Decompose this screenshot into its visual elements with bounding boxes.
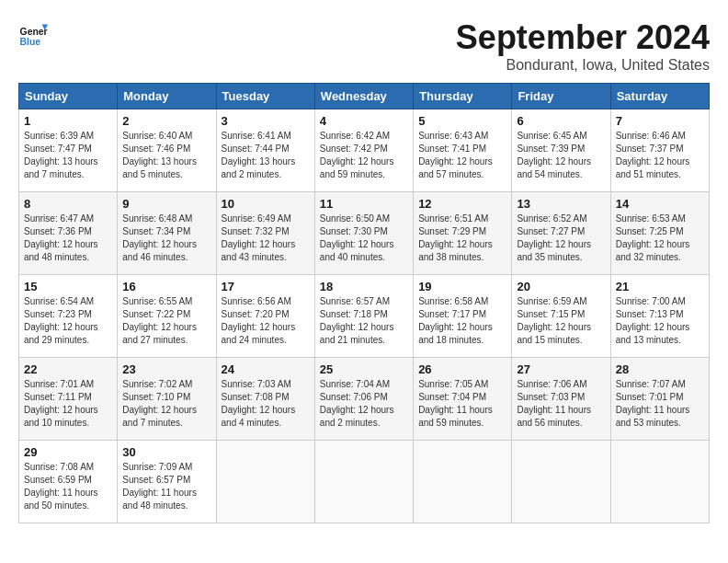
day-number: 12 <box>418 197 506 211</box>
calendar-day-cell: 15Sunrise: 6:54 AM Sunset: 7:23 PM Dayli… <box>19 275 118 358</box>
svg-text:General: General <box>20 27 48 37</box>
day-number: 26 <box>418 362 506 376</box>
day-number: 24 <box>222 362 310 376</box>
calendar-day-cell: 8Sunrise: 6:47 AM Sunset: 7:36 PM Daylig… <box>19 192 118 275</box>
day-info: Sunrise: 6:40 AM Sunset: 7:46 PM Dayligh… <box>122 130 210 181</box>
location-title: Bondurant, Iowa, United States <box>456 57 710 74</box>
calendar-day-cell: 13Sunrise: 6:52 AM Sunset: 7:27 PM Dayli… <box>512 192 610 275</box>
day-number: 19 <box>418 280 506 293</box>
day-info: Sunrise: 6:45 AM Sunset: 7:39 PM Dayligh… <box>517 130 605 181</box>
day-number: 5 <box>418 114 506 128</box>
day-info: Sunrise: 6:41 AM Sunset: 7:44 PM Dayligh… <box>222 130 310 181</box>
calendar-table: SundayMondayTuesdayWednesdayThursdayFrid… <box>18 83 710 523</box>
calendar-day-cell: 19Sunrise: 6:58 AM Sunset: 7:17 PM Dayli… <box>414 275 512 358</box>
calendar-day-cell: 21Sunrise: 7:00 AM Sunset: 7:13 PM Dayli… <box>610 275 709 358</box>
calendar-day-cell: 16Sunrise: 6:55 AM Sunset: 7:22 PM Dayli… <box>118 275 216 358</box>
day-number: 17 <box>222 280 310 293</box>
day-number: 29 <box>24 445 112 459</box>
calendar-day-cell: 4Sunrise: 6:42 AM Sunset: 7:42 PM Daylig… <box>314 109 413 192</box>
day-number: 7 <box>616 114 704 128</box>
day-number: 16 <box>122 280 210 293</box>
calendar-day-cell <box>314 441 413 523</box>
day-info: Sunrise: 6:42 AM Sunset: 7:42 PM Dayligh… <box>320 130 408 181</box>
day-info: Sunrise: 6:57 AM Sunset: 7:18 PM Dayligh… <box>320 295 408 347</box>
calendar-day-cell: 20Sunrise: 6:59 AM Sunset: 7:15 PM Dayli… <box>512 275 610 358</box>
calendar-day-cell: 2Sunrise: 6:40 AM Sunset: 7:46 PM Daylig… <box>118 109 216 192</box>
weekday-header-cell: Tuesday <box>216 84 314 109</box>
month-title: September 2024 <box>456 18 710 57</box>
svg-text:Blue: Blue <box>20 37 41 47</box>
calendar-day-cell: 17Sunrise: 6:56 AM Sunset: 7:20 PM Dayli… <box>216 275 314 358</box>
day-number: 4 <box>320 114 408 128</box>
calendar-day-cell: 29Sunrise: 7:08 AM Sunset: 6:59 PM Dayli… <box>19 441 118 523</box>
day-number: 15 <box>24 280 112 293</box>
calendar-day-cell: 18Sunrise: 6:57 AM Sunset: 7:18 PM Dayli… <box>314 275 413 358</box>
weekday-header-row: SundayMondayTuesdayWednesdayThursdayFrid… <box>19 84 710 109</box>
day-info: Sunrise: 7:06 AM Sunset: 7:03 PM Dayligh… <box>517 378 605 430</box>
day-info: Sunrise: 7:01 AM Sunset: 7:11 PM Dayligh… <box>24 378 112 430</box>
day-info: Sunrise: 7:02 AM Sunset: 7:10 PM Dayligh… <box>122 378 210 430</box>
day-info: Sunrise: 7:00 AM Sunset: 7:13 PM Dayligh… <box>616 295 704 347</box>
day-info: Sunrise: 6:47 AM Sunset: 7:36 PM Dayligh… <box>24 213 112 264</box>
day-number: 2 <box>122 114 210 128</box>
day-info: Sunrise: 6:50 AM Sunset: 7:30 PM Dayligh… <box>320 213 408 264</box>
day-info: Sunrise: 6:58 AM Sunset: 7:17 PM Dayligh… <box>418 295 506 347</box>
day-info: Sunrise: 6:49 AM Sunset: 7:32 PM Dayligh… <box>222 213 310 264</box>
day-number: 25 <box>320 362 408 376</box>
day-number: 22 <box>24 362 112 376</box>
logo: General Blue <box>18 18 48 48</box>
calendar-day-cell: 6Sunrise: 6:45 AM Sunset: 7:39 PM Daylig… <box>512 109 610 192</box>
day-info: Sunrise: 6:55 AM Sunset: 7:22 PM Dayligh… <box>122 295 210 347</box>
day-number: 11 <box>320 197 408 211</box>
calendar-day-cell: 10Sunrise: 6:49 AM Sunset: 7:32 PM Dayli… <box>216 192 314 275</box>
calendar-day-cell <box>414 441 512 523</box>
weekday-header-cell: Monday <box>118 84 216 109</box>
day-info: Sunrise: 6:54 AM Sunset: 7:23 PM Dayligh… <box>24 295 112 347</box>
day-number: 13 <box>517 197 605 211</box>
weekday-header-cell: Sunday <box>19 84 118 109</box>
day-info: Sunrise: 6:56 AM Sunset: 7:20 PM Dayligh… <box>222 295 310 347</box>
weekday-header-cell: Saturday <box>610 84 709 109</box>
calendar-day-cell: 26Sunrise: 7:05 AM Sunset: 7:04 PM Dayli… <box>414 358 512 441</box>
calendar-day-cell <box>216 441 314 523</box>
day-number: 18 <box>320 280 408 293</box>
day-number: 14 <box>616 197 704 211</box>
day-number: 21 <box>616 280 704 293</box>
day-info: Sunrise: 7:08 AM Sunset: 6:59 PM Dayligh… <box>24 461 112 512</box>
calendar-day-cell: 1Sunrise: 6:39 AM Sunset: 7:47 PM Daylig… <box>19 109 118 192</box>
calendar-body: 1Sunrise: 6:39 AM Sunset: 7:47 PM Daylig… <box>19 109 710 523</box>
calendar-day-cell: 25Sunrise: 7:04 AM Sunset: 7:06 PM Dayli… <box>314 358 413 441</box>
title-area: September 2024 Bondurant, Iowa, United S… <box>456 18 710 74</box>
calendar-day-cell: 22Sunrise: 7:01 AM Sunset: 7:11 PM Dayli… <box>19 358 118 441</box>
day-number: 20 <box>517 280 605 293</box>
calendar-week-row: 22Sunrise: 7:01 AM Sunset: 7:11 PM Dayli… <box>19 358 710 441</box>
calendar-day-cell: 7Sunrise: 6:46 AM Sunset: 7:37 PM Daylig… <box>610 109 709 192</box>
day-number: 30 <box>122 445 210 459</box>
calendar-day-cell: 5Sunrise: 6:43 AM Sunset: 7:41 PM Daylig… <box>414 109 512 192</box>
calendar-week-row: 8Sunrise: 6:47 AM Sunset: 7:36 PM Daylig… <box>19 192 710 275</box>
day-info: Sunrise: 6:48 AM Sunset: 7:34 PM Dayligh… <box>122 213 210 264</box>
day-number: 28 <box>616 362 704 376</box>
weekday-header-cell: Thursday <box>414 84 512 109</box>
calendar-day-cell: 27Sunrise: 7:06 AM Sunset: 7:03 PM Dayli… <box>512 358 610 441</box>
day-info: Sunrise: 6:53 AM Sunset: 7:25 PM Dayligh… <box>616 213 704 264</box>
day-info: Sunrise: 6:52 AM Sunset: 7:27 PM Dayligh… <box>517 213 605 264</box>
logo-icon: General Blue <box>18 18 48 48</box>
calendar-day-cell <box>610 441 709 523</box>
day-info: Sunrise: 7:04 AM Sunset: 7:06 PM Dayligh… <box>320 378 408 430</box>
calendar-day-cell: 3Sunrise: 6:41 AM Sunset: 7:44 PM Daylig… <box>216 109 314 192</box>
day-info: Sunrise: 7:05 AM Sunset: 7:04 PM Dayligh… <box>418 378 506 430</box>
weekday-header-cell: Friday <box>512 84 610 109</box>
weekday-header-cell: Wednesday <box>314 84 413 109</box>
calendar-day-cell: 24Sunrise: 7:03 AM Sunset: 7:08 PM Dayli… <box>216 358 314 441</box>
calendar-day-cell <box>512 441 610 523</box>
calendar-week-row: 1Sunrise: 6:39 AM Sunset: 7:47 PM Daylig… <box>19 109 710 192</box>
day-number: 3 <box>222 114 310 128</box>
day-info: Sunrise: 6:43 AM Sunset: 7:41 PM Dayligh… <box>418 130 506 181</box>
day-info: Sunrise: 7:09 AM Sunset: 6:57 PM Dayligh… <box>122 461 210 512</box>
day-number: 1 <box>24 114 112 128</box>
day-number: 27 <box>517 362 605 376</box>
day-number: 23 <box>122 362 210 376</box>
day-number: 6 <box>517 114 605 128</box>
calendar-day-cell: 14Sunrise: 6:53 AM Sunset: 7:25 PM Dayli… <box>610 192 709 275</box>
